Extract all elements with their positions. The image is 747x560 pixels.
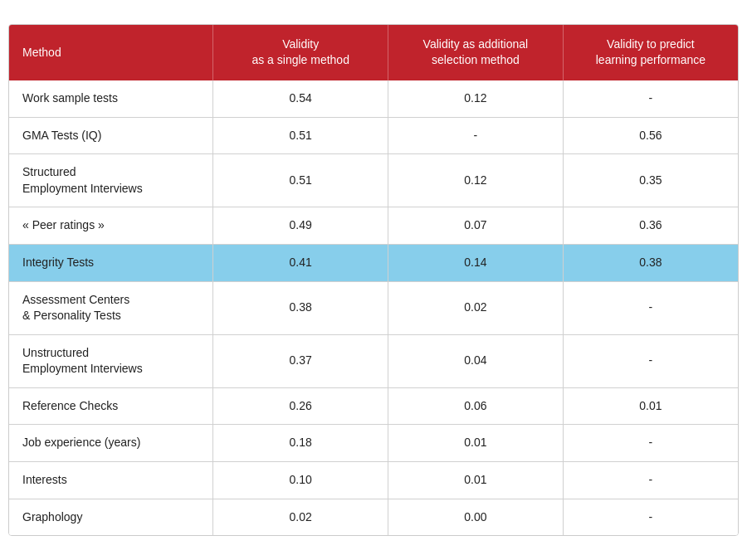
cell-method: Graphology xyxy=(9,499,213,535)
cell-validity-single: 0.49 xyxy=(213,207,388,245)
cell-validity-additional: 0.07 xyxy=(388,207,564,245)
header-method: Method xyxy=(9,25,213,80)
table-row: Integrity Tests0.410.140.38 xyxy=(9,244,738,281)
cell-validity-single: 0.51 xyxy=(213,154,388,207)
cell-validity-single: 0.10 xyxy=(213,462,388,499)
cell-method: Interests xyxy=(9,462,213,499)
main-table-wrapper: Method Validityas a single method Validi… xyxy=(8,24,739,537)
validity-table: Method Validityas a single method Validi… xyxy=(9,25,738,536)
cell-validity-single: 0.51 xyxy=(213,117,388,154)
cell-validity-learning: - xyxy=(563,462,738,499)
cell-validity-single: 0.41 xyxy=(213,244,388,281)
cell-method: « Peer ratings » xyxy=(9,207,213,245)
table-row: Reference Checks0.260.060.01 xyxy=(9,387,738,425)
cell-validity-additional: 0.01 xyxy=(388,425,564,462)
table-row: StructuredEmployment Interviews0.510.120… xyxy=(9,154,738,207)
cell-method: UnstructuredEmployment Interviews xyxy=(9,334,213,387)
cell-validity-single: 0.54 xyxy=(213,80,388,117)
cell-method: Reference Checks xyxy=(9,387,213,425)
cell-validity-single: 0.37 xyxy=(213,334,388,387)
cell-validity-additional: 0.14 xyxy=(388,244,564,281)
cell-method: GMA Tests (IQ) xyxy=(9,117,213,154)
cell-validity-learning: - xyxy=(563,425,738,462)
cell-validity-learning: - xyxy=(563,281,738,334)
cell-validity-single: 0.18 xyxy=(213,425,388,462)
table-header-row: Method Validityas a single method Validi… xyxy=(9,25,738,80)
cell-validity-learning: 0.35 xyxy=(563,154,738,207)
cell-validity-learning: - xyxy=(563,499,738,535)
cell-validity-additional: 0.06 xyxy=(388,387,564,425)
cell-validity-additional: 0.12 xyxy=(388,80,564,117)
header-validity-learning: Validity to predictlearning performance xyxy=(563,25,738,80)
cell-validity-single: 0.26 xyxy=(213,387,388,425)
cell-validity-additional: 0.12 xyxy=(388,154,564,207)
cell-validity-learning: 0.38 xyxy=(563,244,738,281)
cell-validity-learning: 0.56 xyxy=(563,117,738,154)
cell-validity-learning: - xyxy=(563,334,738,387)
table-row: Job experience (years)0.180.01- xyxy=(9,425,738,462)
header-validity-single: Validityas a single method xyxy=(213,25,388,80)
table-row: « Peer ratings »0.490.070.36 xyxy=(9,207,738,245)
table-row: Graphology0.020.00- xyxy=(9,499,738,535)
cell-validity-additional: 0.04 xyxy=(388,334,564,387)
cell-validity-additional: - xyxy=(388,117,564,154)
table-row: Assessment Centers& Personality Tests0.3… xyxy=(9,281,738,334)
cell-method: Work sample tests xyxy=(9,80,213,117)
cell-validity-learning: - xyxy=(563,80,738,117)
cell-validity-learning: 0.01 xyxy=(563,387,738,425)
cell-validity-additional: 0.01 xyxy=(388,462,564,499)
table-row: Work sample tests0.540.12- xyxy=(9,80,738,117)
header-validity-additional: Validity as additionalselection method xyxy=(388,25,564,80)
table-row: Interests0.100.01- xyxy=(9,462,738,499)
table-row: GMA Tests (IQ)0.51-0.56 xyxy=(9,117,738,154)
table-row: UnstructuredEmployment Interviews0.370.0… xyxy=(9,334,738,387)
table-body: Work sample tests0.540.12-GMA Tests (IQ)… xyxy=(9,80,738,535)
cell-validity-single: 0.02 xyxy=(213,499,388,535)
cell-method: Job experience (years) xyxy=(9,425,213,462)
cell-method: Integrity Tests xyxy=(9,244,213,281)
cell-method: Assessment Centers& Personality Tests xyxy=(9,281,213,334)
cell-method: StructuredEmployment Interviews xyxy=(9,154,213,207)
cell-validity-single: 0.38 xyxy=(213,281,388,334)
cell-validity-additional: 0.02 xyxy=(388,281,564,334)
cell-validity-learning: 0.36 xyxy=(563,207,738,245)
cell-validity-additional: 0.00 xyxy=(388,499,564,535)
